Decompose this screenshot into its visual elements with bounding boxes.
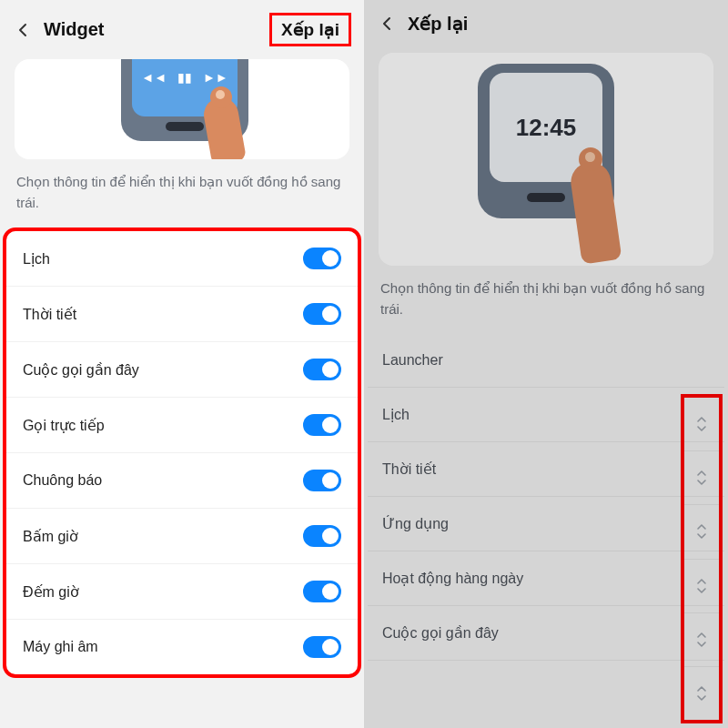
preview-illustration: ◄◄ ▮▮ ►► xyxy=(15,59,349,159)
reorder-row[interactable]: Thời tiết xyxy=(368,442,724,497)
page-title: Widget xyxy=(44,19,269,40)
hand-illustration xyxy=(205,86,256,159)
row-label: Cuộc gọi gần đây xyxy=(382,624,710,642)
drag-handle-icon[interactable] xyxy=(684,451,719,505)
preview-illustration: 12:45 xyxy=(379,53,713,266)
list-row[interactable]: Gọi trực tiếp xyxy=(6,398,358,453)
reorder-row[interactable]: Lịch xyxy=(368,388,724,442)
row-label: Máy ghi âm xyxy=(23,639,303,655)
header-bar: Widget Xếp lại xyxy=(0,0,364,59)
list-row[interactable]: Cuộc gọi gần đây xyxy=(6,342,358,398)
row-label: Thời tiết xyxy=(382,460,710,478)
toggle-switch[interactable] xyxy=(303,636,341,658)
toggle-switch[interactable] xyxy=(303,414,341,436)
drag-handle-column xyxy=(681,394,723,723)
description-text: Chọn thông tin để hiển thị khi bạn vuốt … xyxy=(364,278,728,334)
header-bar: Xếp lại xyxy=(364,0,728,47)
reorder-row[interactable]: Hoạt động hàng ngày xyxy=(368,551,724,606)
list-row[interactable]: Máy ghi âm xyxy=(6,620,358,674)
drag-handle-icon[interactable] xyxy=(684,560,719,613)
row-label: Đếm giờ xyxy=(23,583,303,601)
toggle-switch[interactable] xyxy=(303,525,341,547)
row-label: Chuông báo xyxy=(23,472,303,489)
row-label: Hoạt động hàng ngày xyxy=(382,570,710,587)
widget-toggle-list: Lịch Thời tiết Cuộc gọi gần đây Gọi trực… xyxy=(3,228,361,678)
reorder-button[interactable]: Xếp lại xyxy=(269,13,351,46)
row-label: Ứng dụng xyxy=(382,515,710,532)
list-row[interactable]: Bấm giờ xyxy=(6,509,358,564)
list-row[interactable]: Thời tiết xyxy=(6,287,358,342)
hand-illustration xyxy=(575,147,630,266)
back-icon[interactable] xyxy=(13,20,33,40)
reorder-list: Launcher Lịch Thời tiết Ứng dụng Hoạt độ… xyxy=(368,334,724,661)
next-track-icon: ►► xyxy=(203,70,228,85)
row-label: Cuộc gọi gần đây xyxy=(23,361,303,379)
toggle-switch[interactable] xyxy=(303,303,341,325)
toggle-switch[interactable] xyxy=(303,470,341,491)
list-row[interactable]: Chuông báo xyxy=(6,453,358,509)
pause-icon: ▮▮ xyxy=(177,70,192,85)
home-indicator xyxy=(166,122,204,131)
page-title: Xếp lại xyxy=(408,13,715,35)
drag-handle-icon[interactable] xyxy=(684,667,719,720)
home-indicator xyxy=(527,193,565,202)
reorder-row[interactable]: Ứng dụng xyxy=(368,497,724,551)
widget-settings-screen: Widget Xếp lại ◄◄ ▮▮ ►► Chọn thông tin đ… xyxy=(0,0,364,728)
reorder-screen: Xếp lại 12:45 Chọn thông tin để hiển thị… xyxy=(364,0,728,728)
list-row[interactable]: Đếm giờ xyxy=(6,564,358,620)
back-icon[interactable] xyxy=(377,14,397,34)
drag-handle-icon[interactable] xyxy=(684,613,719,667)
reorder-row[interactable]: Launcher xyxy=(368,334,724,388)
row-label: Launcher xyxy=(382,352,710,369)
drag-handle-icon[interactable] xyxy=(684,505,719,559)
toggle-switch[interactable] xyxy=(303,248,341,269)
prev-track-icon: ◄◄ xyxy=(141,70,167,85)
row-label: Lịch xyxy=(23,250,303,268)
description-text: Chọn thông tin để hiển thị khi bạn vuốt … xyxy=(0,172,364,228)
list-row[interactable]: Lịch xyxy=(6,231,358,287)
toggle-switch[interactable] xyxy=(303,359,341,380)
drag-handle-icon[interactable] xyxy=(684,398,719,451)
row-label: Gọi trực tiếp xyxy=(23,417,303,434)
row-label: Bấm giờ xyxy=(23,528,303,545)
row-label: Thời tiết xyxy=(23,306,303,323)
toggle-switch[interactable] xyxy=(303,581,341,602)
reorder-row[interactable]: Cuộc gọi gần đây xyxy=(368,606,724,661)
row-label: Lịch xyxy=(382,406,710,423)
